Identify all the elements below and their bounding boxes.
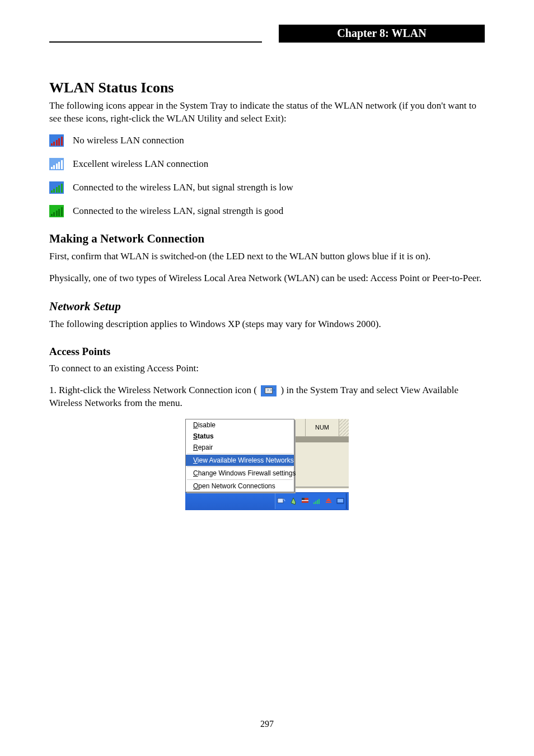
context-menu-screenshot: NUM Disable Status Repair View Available… — [185, 419, 349, 510]
status-icon-row: No wireless LAN connection — [49, 134, 485, 147]
svg-rect-5 — [315, 501, 316, 504]
heading-wlan-status-icons: WLAN Status Icons — [49, 80, 485, 96]
menu-separator — [187, 454, 293, 454]
status-icon-label: Connected to the wireless LAN, but signa… — [73, 182, 293, 193]
status-icon-list: No wireless LAN connection Excellent wir… — [49, 134, 485, 217]
menu-item-open-connections[interactable]: Open Network Connections — [186, 480, 294, 492]
menu-separator — [187, 479, 293, 480]
svg-rect-8 — [326, 502, 331, 503]
signal-tray-icon[interactable] — [311, 493, 322, 509]
para-applies-xp: The following description applies to Win… — [49, 318, 485, 331]
context-menu: Disable Status Repair View Available Wir… — [185, 419, 294, 492]
status-icon-label: Excellent wireless LAN connection — [73, 158, 208, 170]
heading-making-connection: Making a Network Connection — [49, 232, 485, 246]
page-header: Chapter 8: WLAN — [49, 25, 485, 40]
para-status-icons: The following icons appear in the System… — [49, 100, 485, 125]
para-wlan-types: Physically, one of two types of Wireless… — [49, 272, 485, 285]
app-status-bar: NUM — [294, 419, 349, 437]
status-icon-label: Connected to the wireless LAN, signal st… — [73, 206, 283, 217]
svg-rect-10 — [338, 499, 343, 502]
svg-rect-4 — [313, 502, 315, 504]
status-icon-row: Connected to the wireless LAN, but signa… — [49, 181, 485, 194]
signal-icon-low — [49, 181, 64, 194]
wireless-connection-tray-icon: ››› — [261, 385, 277, 396]
svg-rect-6 — [317, 500, 318, 504]
window-border — [294, 437, 349, 442]
device-tray-icon[interactable] — [287, 493, 299, 509]
svg-rect-3 — [302, 500, 308, 501]
step-1: 1. Right-click the Wireless Network Conn… — [49, 384, 485, 410]
menu-item-firewall[interactable]: Change Windows Firewall settings — [186, 468, 294, 479]
menu-separator — [187, 466, 293, 467]
chapter-title: Chapter 8: WLAN — [279, 25, 485, 43]
app-client-area — [294, 442, 349, 487]
step-text-pre: Right-click the Wireless Network Connect… — [59, 385, 257, 395]
para-connect-intro: To connect to an existing Access Point: — [49, 362, 485, 375]
menu-item-disable[interactable]: Disable — [186, 419, 294, 431]
step-number: 1. — [49, 385, 57, 395]
taskbar — [185, 492, 349, 510]
resize-grip-icon — [339, 419, 349, 436]
num-lock-indicator: NUM — [305, 419, 339, 436]
heading-access-points: Access Points — [49, 346, 485, 358]
system-tray — [275, 493, 346, 509]
svg-rect-7 — [318, 499, 320, 504]
para-confirm-on: First, confirm that WLAN is switched-on … — [49, 250, 485, 263]
flag-tray-icon[interactable] — [299, 493, 311, 509]
menu-item-repair[interactable]: Repair — [186, 442, 294, 453]
wireless-connection-tray-icon[interactable] — [275, 493, 287, 509]
signal-icon-excellent — [49, 158, 64, 170]
signal-icon-good — [49, 205, 64, 217]
header-rule — [49, 41, 262, 43]
eject-tray-icon[interactable] — [322, 493, 334, 509]
status-icon-row: Connected to the wireless LAN, signal st… — [49, 205, 485, 217]
menu-item-status[interactable]: Status — [186, 431, 294, 442]
heading-network-setup: Network Setup — [49, 300, 485, 314]
menu-item-view-networks[interactable]: View Available Wireless Networks — [186, 455, 294, 466]
status-icon-label: No wireless LAN connection — [73, 135, 184, 146]
svg-rect-2 — [302, 498, 305, 500]
monitor-tray-icon[interactable] — [334, 493, 346, 509]
page-number: 297 — [0, 719, 534, 729]
signal-icon-none — [49, 134, 64, 147]
status-icon-row: Excellent wireless LAN connection — [49, 158, 485, 170]
svg-rect-0 — [278, 498, 283, 503]
